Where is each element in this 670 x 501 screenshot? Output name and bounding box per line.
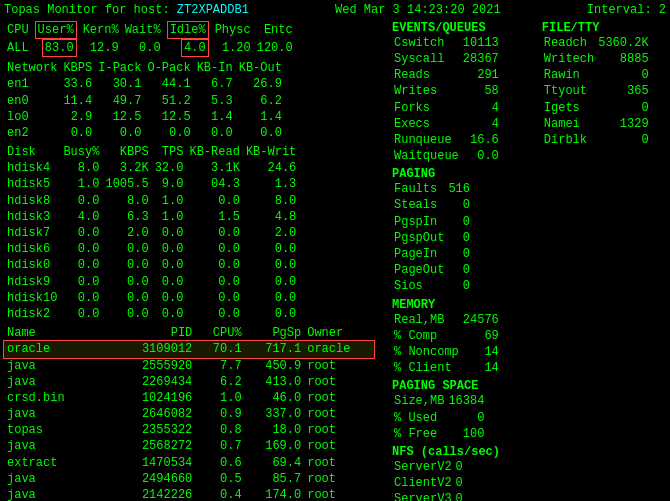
net-name: lo0 <box>4 109 60 125</box>
proc-name: java <box>4 406 96 422</box>
proc-name: java <box>4 374 96 390</box>
proc-pid: 3109012 <box>96 341 195 357</box>
disk-row: hdisk10 0.0 0.0 0.0 0.0 0.0 <box>4 290 299 306</box>
proc-pgsp: 169.0 <box>245 438 305 454</box>
event-value: 58 <box>461 83 503 99</box>
file-tty-value: 5360.2K <box>596 35 652 51</box>
proc-name: java <box>4 358 96 374</box>
event-label: Execs <box>392 116 461 132</box>
disk-row: hdisk8 0.0 8.0 1.0 0.0 8.0 <box>4 193 299 209</box>
disk-kbwrit: 4.8 <box>243 209 299 225</box>
file-tty-section: FILE/TTY Readch 5360.2K Writech 8885 Raw… <box>538 21 670 501</box>
event-value: 10113 <box>461 35 503 51</box>
memory-label: % Noncomp <box>392 344 461 360</box>
proc-header-pid: PID <box>96 325 195 341</box>
disk-name: hdisk2 <box>4 306 60 322</box>
nfs-value: 0 <box>454 459 467 475</box>
disk-kbps: 2.0 <box>102 225 151 241</box>
net-header-kbin: KB-In <box>194 60 236 76</box>
top-header: Topas Monitor for host: ZT2XPADDB1 Wed M… <box>4 2 666 19</box>
event-value: 4 <box>461 100 503 116</box>
proc-header-cpu: CPU% <box>195 325 244 341</box>
event-label: Runqueue <box>392 132 461 148</box>
disk-kbps: 8.0 <box>102 193 151 209</box>
proc-cpu: 7.7 <box>195 358 244 374</box>
disk-tps: 1.0 <box>152 193 187 209</box>
event-row: Waitqueue 0.0 <box>392 148 503 164</box>
file-tty-value: 365 <box>596 83 652 99</box>
net-opack: 44.1 <box>144 76 193 92</box>
event-label: Waitqueue <box>392 148 461 164</box>
paging-value: 516 <box>446 181 474 197</box>
net-kbin: 5.3 <box>194 93 236 109</box>
event-value: 0.0 <box>461 148 503 164</box>
file-tty-label: Dirblk <box>542 132 596 148</box>
paging-label: PageIn <box>392 246 446 262</box>
disk-name: hdisk4 <box>4 160 60 176</box>
net-ipack: 30.1 <box>95 76 144 92</box>
disk-busy: 8.0 <box>60 160 102 176</box>
process-table: Name PID CPU% PgSp Owner oracle 3109012 … <box>4 325 374 501</box>
net-kbout: 26.9 <box>236 76 285 92</box>
nfs-row: ServerV3 0 <box>392 491 467 501</box>
file-tty-value: 8885 <box>596 51 652 67</box>
disk-kbwrit: 0.0 <box>243 306 299 322</box>
network-row: en0 11.4 49.7 51.2 5.3 6.2 <box>4 93 285 109</box>
paging-space-value: 100 <box>446 426 488 442</box>
network-table: Network KBPS I-Pack O-Pack KB-In KB-Out … <box>4 60 285 141</box>
net-kbps: 33.6 <box>60 76 95 92</box>
process-section: Name PID CPU% PgSp Owner oracle 3109012 … <box>4 325 384 501</box>
file-tty-row: Writech 8885 <box>542 51 653 67</box>
proc-pgsp: 85.7 <box>245 471 305 487</box>
disk-kbwrit: 24.6 <box>243 160 299 176</box>
disk-kbread: 0.0 <box>186 241 242 257</box>
proc-pgsp: 450.9 <box>245 358 305 374</box>
file-tty-label: Namei <box>542 116 596 132</box>
paging-value: 0 <box>446 214 474 230</box>
disk-name: hdisk9 <box>4 274 60 290</box>
net-name: en1 <box>4 76 60 92</box>
paging-space-row: % Free 100 <box>392 426 488 442</box>
memory-label: Real,MB <box>392 312 461 328</box>
proc-pid: 2494660 <box>96 471 195 487</box>
disk-busy: 0.0 <box>60 225 102 241</box>
proc-name: extract <box>4 455 96 471</box>
proc-pid: 2568272 <box>96 438 195 454</box>
nfs-value: 0 <box>454 491 467 501</box>
events-queues-section: EVENTS/QUEUES Cswitch 10113 Syscall 2836… <box>392 21 538 501</box>
disk-tps: 9.0 <box>152 176 187 192</box>
disk-kbwrit: 2.0 <box>243 225 299 241</box>
file-tty-row: Rawin 0 <box>542 67 653 83</box>
proc-owner: root <box>304 390 374 406</box>
event-value: 28367 <box>461 51 503 67</box>
net-kbin: 6.7 <box>194 76 236 92</box>
proc-pgsp: 413.0 <box>245 374 305 390</box>
cpu-kern-val: 12.9 <box>80 39 122 57</box>
event-row: Reads 291 <box>392 67 503 83</box>
proc-owner: root <box>304 487 374 501</box>
disk-kbps: 3.2K <box>102 160 151 176</box>
network-section: Network KBPS I-Pack O-Pack KB-In KB-Out … <box>4 60 384 141</box>
proc-pgsp: 18.0 <box>245 422 305 438</box>
paging-space-table: Size,MB 16384 % Used 0 % Free 100 <box>392 393 488 442</box>
main-screen: Topas Monitor for host: ZT2XPADDB1 Wed M… <box>0 0 670 501</box>
disk-name: hdisk3 <box>4 209 60 225</box>
event-label: Writes <box>392 83 461 99</box>
memory-table: Real,MB 24576 % Comp 69 % Noncomp 14 % C… <box>392 312 503 377</box>
nfs-label: ClientV2 <box>392 475 454 491</box>
net-kbps: 2.9 <box>60 109 95 125</box>
memory-row: % Client 14 <box>392 360 503 376</box>
disk-tps: 0.0 <box>152 290 187 306</box>
memory-value: 69 <box>461 328 503 344</box>
disk-tps: 0.0 <box>152 241 187 257</box>
event-row: Syscall 28367 <box>392 51 503 67</box>
proc-owner: root <box>304 422 374 438</box>
disk-tps: 0.0 <box>152 306 187 322</box>
paging-label: PageOut <box>392 262 446 278</box>
proc-pid: 2555920 <box>96 358 195 374</box>
disk-tps: 0.0 <box>152 257 187 273</box>
paging-value: 0 <box>446 197 474 213</box>
disk-kbps: 0.0 <box>102 306 151 322</box>
process-row: topas 2355322 0.8 18.0 root <box>4 422 374 438</box>
disk-kbwrit: 0.0 <box>243 274 299 290</box>
